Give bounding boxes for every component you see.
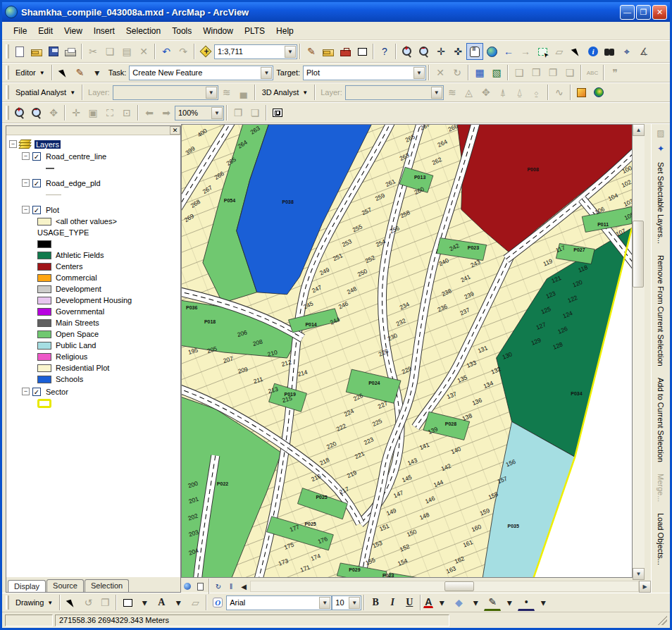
layer-checkbox[interactable]: ✓ xyxy=(32,206,41,214)
pan-icon[interactable] xyxy=(466,43,483,60)
zoom-to-selected-elements-icon[interactable]: ❐ xyxy=(97,594,113,611)
editor-toolbar-icon[interactable]: ✎ xyxy=(303,43,320,60)
sa-contour-icon[interactable]: ≋ xyxy=(218,84,235,101)
shape-tool-dropdown[interactable]: ▾ xyxy=(136,594,153,611)
layer-checkbox[interactable]: ✓ xyxy=(32,152,41,161)
fixed-zoom-in-icon[interactable]: ✛ xyxy=(433,43,449,60)
sa-histogram-icon[interactable]: ▄ xyxy=(235,84,252,101)
chevron-down-icon[interactable]: ▼ xyxy=(206,87,217,99)
plts-tool-1-icon[interactable]: ❑ xyxy=(511,64,528,81)
layout-zoom-in-icon[interactable] xyxy=(11,104,28,121)
title-bar[interactable]: Shamkha_compile_043008a.mxd - ArcMap - A… xyxy=(2,2,670,22)
scroll-left-icon[interactable]: ◀ xyxy=(237,581,250,592)
vertical-button-merge[interactable]: Merge... xyxy=(654,469,667,506)
fill-color-button[interactable]: ◆ xyxy=(450,594,467,611)
plts-tool-4-icon[interactable]: ❏ xyxy=(561,64,578,81)
marker-color-button[interactable]: • xyxy=(518,594,535,611)
fill-color-dropdown[interactable]: ▾ xyxy=(467,594,484,611)
find-icon[interactable] xyxy=(602,43,618,60)
vertical-button-set-selectable-layers[interactable]: Set Selectable Layers... xyxy=(654,158,667,248)
sketch-tool-icon[interactable]: ✎ xyxy=(72,64,89,81)
map-vertical-scrollbar[interactable]: ▲ ▼ xyxy=(633,124,645,580)
plts-tool-2-icon[interactable]: ❒ xyxy=(528,64,545,81)
toolbar-grip[interactable] xyxy=(6,66,9,80)
go-back-layout-icon[interactable]: ⬅ xyxy=(141,104,158,121)
open-icon[interactable] xyxy=(28,43,45,60)
chevron-down-icon[interactable]: ▼ xyxy=(261,67,272,79)
edit-vertices-icon[interactable]: ▱ xyxy=(187,594,204,611)
sketch-tool-dropdown[interactable]: ▾ xyxy=(89,64,106,81)
abc-label-icon[interactable]: ABC xyxy=(584,64,601,81)
bold-button[interactable]: B xyxy=(367,594,384,611)
select-features-icon[interactable] xyxy=(534,43,551,60)
chevron-down-icon[interactable]: ▼ xyxy=(431,87,442,99)
font-size-combo[interactable]: 10▼ xyxy=(332,595,361,610)
paste-icon[interactable]: ▤ xyxy=(118,43,135,60)
layout-zoom-combo[interactable]: 100%▼ xyxy=(175,106,224,121)
line-color-dropdown[interactable]: ▾ xyxy=(501,594,518,611)
toolbar-grip[interactable] xyxy=(6,595,9,610)
menu-file[interactable]: File xyxy=(8,24,32,38)
close-button[interactable]: ✕ xyxy=(652,5,667,20)
callout-icon[interactable]: ❞ xyxy=(606,64,623,81)
measure-icon[interactable]: ∡ xyxy=(635,43,652,60)
fixed-zoom-out-icon[interactable]: ✜ xyxy=(449,43,466,60)
chevron-down-icon[interactable]: ▼ xyxy=(413,67,425,79)
3d-interpolate-line-icon[interactable]: ⍙ xyxy=(511,84,528,101)
fixed-zoom-in-page-icon[interactable]: ⛶ xyxy=(101,104,118,121)
commandline-icon[interactable] xyxy=(354,43,371,60)
edit-tool-icon[interactable] xyxy=(55,64,72,81)
font-symbol-icon[interactable] xyxy=(209,594,226,611)
chevron-down-icon[interactable]: ▼ xyxy=(211,107,223,119)
tab-selection[interactable]: Selection xyxy=(85,579,129,592)
create-profile-graph-icon[interactable]: ∿ xyxy=(551,84,568,101)
menu-plts[interactable]: PLTS xyxy=(239,24,270,38)
menu-edit[interactable]: Edit xyxy=(32,24,58,38)
3d-layer-combo[interactable]: ▼ xyxy=(345,85,444,100)
font-color-button[interactable]: A xyxy=(423,597,433,608)
marker-color-dropdown[interactable]: ▾ xyxy=(535,594,552,611)
change-layout-icon[interactable] xyxy=(269,104,286,121)
expand-icon[interactable]: − xyxy=(9,140,17,148)
resize-grip[interactable] xyxy=(657,615,667,625)
chevron-down-icon[interactable]: ▼ xyxy=(319,597,330,609)
font-color-dropdown[interactable]: ▾ xyxy=(433,594,450,611)
menu-window[interactable]: Window xyxy=(197,24,239,38)
rotate-tool-icon[interactable]: ↻ xyxy=(449,64,466,81)
layout-view-icon[interactable] xyxy=(194,581,206,592)
target-combo[interactable]: Plot▼ xyxy=(303,66,426,80)
data-view-icon[interactable] xyxy=(181,581,194,592)
chevron-down-icon[interactable]: ▼ xyxy=(349,597,360,609)
toc-close-icon[interactable]: ✕ xyxy=(170,126,180,135)
sa-layer-combo[interactable]: ▼ xyxy=(113,85,218,100)
cut-icon[interactable]: ✂ xyxy=(85,43,101,60)
3d-interpolate-point-icon[interactable]: ⍋ xyxy=(494,84,511,101)
toolbar-grip[interactable] xyxy=(6,85,9,99)
go-to-xy-icon[interactable]: ⌖ xyxy=(618,43,635,60)
text-tool-dropdown[interactable]: ▾ xyxy=(170,594,187,611)
layer-checkbox[interactable]: ✓ xyxy=(32,179,41,187)
add-data-icon[interactable] xyxy=(197,43,214,60)
task-combo[interactable]: Create New Feature▼ xyxy=(129,66,273,80)
zoom-whole-page-icon[interactable]: ✛ xyxy=(68,104,85,121)
split-tool-icon[interactable]: ✕ xyxy=(432,64,449,81)
redo-icon[interactable]: ↷ xyxy=(175,43,192,60)
menu-view[interactable]: View xyxy=(58,24,88,38)
layer-plot[interactable]: Plot xyxy=(44,206,61,214)
tab-display[interactable]: Display xyxy=(8,580,46,593)
layer-road-centre-line[interactable]: Road_centre_line xyxy=(44,152,108,161)
horizontal-scroll-thumb[interactable] xyxy=(444,581,474,591)
whats-this-icon[interactable]: ? xyxy=(376,43,393,60)
save-icon[interactable] xyxy=(45,43,62,60)
menu-selection[interactable]: Selection xyxy=(120,24,166,38)
tab-source[interactable]: Source xyxy=(46,579,84,592)
zoom-out-icon[interactable] xyxy=(416,43,433,60)
minimize-button[interactable]: — xyxy=(620,5,635,20)
underline-button[interactable]: U xyxy=(401,594,418,611)
3d-analyst-menu[interactable]: 3D Analyst▼ xyxy=(258,87,313,98)
layout-pan-icon[interactable]: ✥ xyxy=(45,104,62,121)
back-extent-icon[interactable]: ← xyxy=(500,43,517,60)
zoom-1-1-icon[interactable]: ⊡ xyxy=(118,104,135,121)
maximize-button[interactable]: ❐ xyxy=(636,5,651,20)
expand-icon[interactable]: − xyxy=(22,206,30,214)
